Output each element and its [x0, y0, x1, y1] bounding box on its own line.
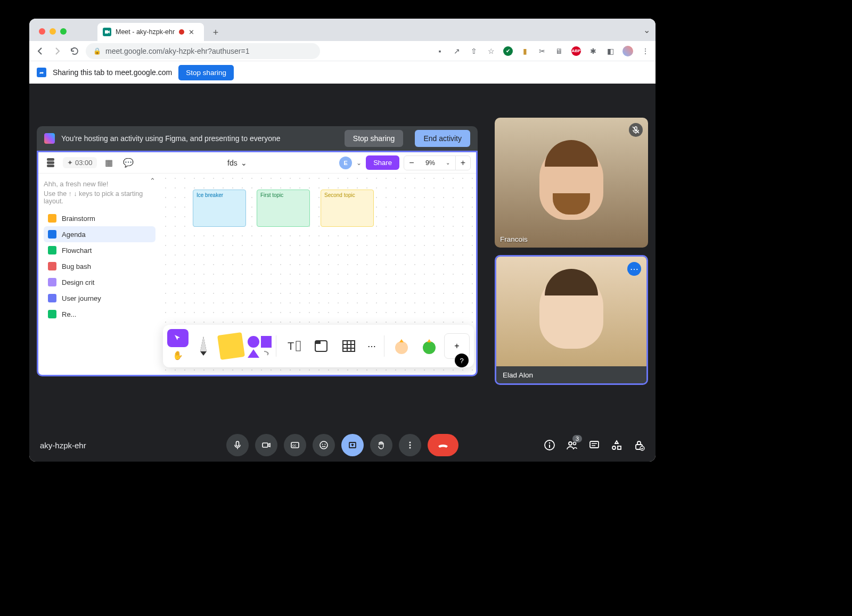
template-flowchart[interactable]: Flowchart — [44, 242, 155, 258]
host-controls-button[interactable] — [633, 439, 645, 451]
template-label: User journey — [62, 294, 101, 302]
svg-point-21 — [322, 444, 323, 445]
new-tab-button[interactable]: + — [208, 25, 223, 40]
shapes-tool[interactable] — [246, 333, 272, 359]
svg-point-31 — [574, 442, 576, 445]
camera-button[interactable] — [255, 434, 277, 456]
figma-bottom-toolbar: ✋ T ⋯ — [163, 325, 474, 367]
hangup-button[interactable] — [428, 434, 458, 456]
zoom-out-button[interactable]: − — [404, 155, 419, 170]
extension-monitor-icon[interactable]: 🖥 — [554, 46, 564, 56]
reload-button[interactable] — [69, 45, 80, 57]
maximize-window-icon[interactable] — [60, 28, 67, 35]
zoom-control: − 9% ⌄ + — [404, 155, 471, 170]
close-panel-icon[interactable]: ⌃ — [150, 177, 155, 185]
close-window-icon[interactable] — [39, 28, 45, 35]
side-panel-icon[interactable]: ◧ — [605, 46, 615, 56]
pencil-tool[interactable] — [191, 333, 216, 359]
people-button[interactable]: 3 — [566, 439, 578, 451]
user-avatar[interactable]: E — [339, 157, 352, 169]
chat-button[interactable] — [588, 439, 600, 451]
profile-avatar[interactable] — [622, 46, 633, 56]
camera-indicator-icon[interactable]: ▪ — [435, 46, 445, 56]
zoom-in-button[interactable]: + — [455, 155, 470, 170]
template-label: Flowchart — [62, 247, 92, 254]
template-label: Re... — [62, 310, 76, 318]
microphone-button[interactable] — [226, 434, 249, 456]
participant-tile-elad[interactable]: ⋯ Elad Alon — [495, 255, 648, 385]
timer-star-icon: ✦ — [67, 159, 73, 167]
reactions-button[interactable] — [313, 434, 335, 456]
more-options-button[interactable] — [399, 434, 421, 456]
svg-rect-7 — [296, 341, 300, 351]
minimize-window-icon[interactable] — [50, 28, 56, 35]
chrome-menu-icon[interactable]: ⋮ — [641, 46, 650, 56]
sticky-ice-breaker[interactable]: Ice breaker — [193, 190, 246, 227]
address-bar[interactable]: 🔒 meet.google.com/aky-hzpk-ehr?authuser=… — [86, 43, 320, 59]
doc-name-dropdown[interactable]: fds ⌄ — [227, 159, 247, 167]
forward-button[interactable] — [52, 45, 63, 57]
meet-bottom-bar: aky-hzpk-ehr cc 3 — [29, 429, 656, 462]
template-design-crit[interactable]: Design crit — [44, 274, 155, 290]
meeting-info-button[interactable] — [544, 439, 555, 451]
help-button[interactable]: ? — [455, 354, 469, 367]
open-external-icon[interactable]: ↗ — [452, 46, 462, 56]
figma-main-menu[interactable] — [44, 156, 58, 170]
layout-icon[interactable]: ▦ — [102, 156, 116, 170]
sticky-note-tool[interactable] — [218, 333, 244, 359]
figma-canvas[interactable]: Ice breaker First topic Second topic ✋ — [161, 174, 476, 375]
chevron-down-icon[interactable]: ⌄ — [356, 159, 362, 167]
extension-scissors-icon[interactable]: ✂ — [537, 46, 547, 56]
bookmark-star-icon[interactable]: ☆ — [486, 46, 496, 56]
more-options-icon[interactable]: ⋯ — [627, 262, 641, 276]
svg-rect-1 — [47, 158, 54, 161]
template-bug-bash[interactable]: Bug bash — [44, 258, 155, 274]
zoom-value[interactable]: 9% — [421, 159, 439, 167]
browser-window: Meet - aky-hzpk-ehr ✕ + ⌄ 🔒 meet.google.… — [29, 19, 656, 462]
back-button[interactable] — [35, 45, 46, 57]
stop-sharing-banner-button[interactable]: Stop sharing — [178, 65, 234, 80]
hand-tool[interactable]: ✋ — [167, 347, 189, 363]
end-activity-button[interactable]: End activity — [415, 130, 470, 147]
captions-button[interactable]: cc — [284, 434, 306, 456]
extension-green-icon[interactable]: ✔ — [503, 46, 513, 56]
chevron-down-icon[interactable]: ⌄ — [441, 160, 453, 166]
extension-abp-icon[interactable]: ABP — [571, 46, 581, 56]
figma-share-button[interactable]: Share — [366, 155, 399, 170]
meeting-code: aky-hzpk-ehr — [40, 441, 86, 450]
extensions-puzzle-icon[interactable]: ✱ — [588, 46, 598, 56]
browser-tab[interactable]: Meet - aky-hzpk-ehr ✕ — [97, 23, 204, 41]
section-tool[interactable] — [308, 333, 334, 359]
template-re-[interactable]: Re... — [44, 306, 155, 322]
participant-tile-francois[interactable]: Francois — [495, 118, 648, 248]
timer-widget[interactable]: ✦ 03:00 — [63, 157, 97, 168]
sticky-first-topic[interactable]: First topic — [257, 190, 310, 227]
template-agenda[interactable]: Agenda — [44, 226, 155, 242]
template-label: Brainstorm — [62, 215, 95, 223]
activities-button[interactable] — [611, 439, 622, 451]
present-button[interactable] — [341, 434, 364, 456]
raise-hand-button[interactable] — [370, 434, 392, 456]
figma-sidebar: Ahh, a fresh new file! ⌃ Use the ↑ ↓ key… — [38, 174, 161, 375]
table-tool[interactable] — [336, 333, 362, 359]
tab-title: Meet - aky-hzpk-ehr — [116, 28, 175, 36]
comment-icon[interactable]: 💬 — [121, 156, 135, 170]
template-icon — [48, 246, 56, 254]
svg-point-33 — [612, 446, 616, 449]
select-tool[interactable] — [167, 329, 189, 347]
stamp-tool-1[interactable] — [389, 333, 414, 359]
svg-rect-34 — [618, 446, 621, 449]
template-brainstorm[interactable]: Brainstorm — [44, 210, 155, 226]
svg-text:T: T — [288, 340, 294, 352]
activity-stop-sharing-button[interactable]: Stop sharing — [345, 130, 404, 147]
sticky-second-topic[interactable]: Second topic — [321, 190, 374, 227]
more-tools-button[interactable]: ⋯ — [364, 333, 380, 359]
text-tool[interactable]: T — [281, 333, 306, 359]
tabs-dropdown-icon[interactable]: ⌄ — [643, 25, 650, 35]
extension-book-icon[interactable]: ▮ — [520, 46, 530, 56]
share-icon[interactable]: ⇧ — [469, 46, 479, 56]
close-tab-icon[interactable]: ✕ — [189, 28, 194, 36]
template-user-journey[interactable]: User journey — [44, 290, 155, 306]
lock-icon: 🔒 — [93, 47, 101, 55]
stamp-tool-2[interactable] — [416, 333, 442, 359]
